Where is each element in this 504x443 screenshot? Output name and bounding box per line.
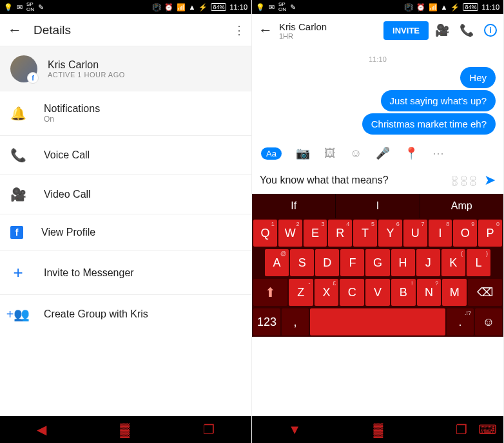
menu-create-group[interactable]: +👥 Create Group with Kris	[0, 295, 251, 334]
status-bar: 💡 ✉ SPON ✎ 📳 ⏰ 📶 ▲ ⚡ 84% 11:10	[0, 0, 251, 14]
nav-recent-icon[interactable]: ❐	[456, 422, 467, 437]
menu-label: Invite to Messenger	[44, 267, 134, 279]
signal-icon: ▲	[189, 3, 196, 11]
profile-name: Kris Carlon	[48, 59, 125, 71]
key-.[interactable]: ..!?	[447, 308, 474, 335]
bulb-icon: 💡	[256, 3, 265, 12]
message-bubble[interactable]: Hey	[460, 67, 496, 88]
clock-text: 11:10	[229, 3, 247, 11]
menu-invite[interactable]: + Invite to Messenger	[0, 251, 251, 295]
overflow-menu-icon[interactable]: ⋮	[233, 23, 244, 37]
key-G[interactable]: G	[365, 249, 389, 276]
key-E[interactable]: E3	[304, 220, 327, 247]
emoji-key[interactable]: ☺	[475, 308, 502, 335]
menu-video-call[interactable]: 🎥 Video Call	[0, 175, 251, 214]
back-icon[interactable]: ←	[8, 22, 22, 39]
key-N[interactable]: N?	[417, 279, 441, 306]
edit-icon: ✎	[290, 3, 296, 12]
key-U[interactable]: U7	[403, 220, 427, 247]
mail-icon: ✉	[269, 3, 275, 12]
key-K[interactable]: K(	[441, 249, 465, 276]
menu-voice-call[interactable]: 📞 Voice Call	[0, 136, 251, 175]
message-input[interactable]	[260, 174, 443, 186]
shift-key[interactable]: ⬆	[253, 279, 287, 306]
key-Q[interactable]: Q1	[253, 220, 277, 247]
nav-home-icon[interactable]: ▓	[374, 422, 383, 437]
keyboard: If I Amp Q1W2E3R4T5Y6U7I8O9P0 A@SDFGHJK(…	[252, 194, 503, 337]
compose-toolbar: Aa 📷 🖼 ☺ 🎤 📍 ⋯	[252, 140, 503, 167]
chat-screen: 💡 ✉ SPON ✎ 📳 ⏰ 📶 ▲ ⚡ 84% 11:10 ← Kris Ca…	[252, 0, 504, 443]
suggestion[interactable]: I	[336, 194, 420, 218]
gallery-icon[interactable]: 🖼	[324, 147, 336, 160]
page-title: Details	[34, 23, 222, 37]
menu-notifications[interactable]: 🔔 Notifications On	[0, 91, 251, 136]
backspace-key[interactable]: ⌫	[468, 279, 502, 306]
key-H[interactable]: H	[391, 249, 415, 276]
details-screen: 💡 ✉ SPON ✎ 📳 ⏰ 📶 ▲ ⚡ 84% 11:10 ← Details…	[0, 0, 252, 443]
video-call-icon[interactable]: 🎥	[435, 23, 449, 37]
voice-call-icon[interactable]: 📞	[460, 23, 474, 37]
camera-icon[interactable]: 📷	[296, 146, 310, 160]
nav-bar: ◀ ▓ ❐	[0, 416, 251, 443]
keyboard-toggle-icon[interactable]: ⌨	[478, 422, 497, 437]
nav-back-icon[interactable]: ▼	[288, 422, 301, 437]
back-icon[interactable]: ←	[258, 22, 273, 39]
menu-label: Create Group with Kris	[44, 308, 148, 320]
key-B[interactable]: B!	[391, 279, 416, 306]
timestamp: 11:10	[260, 55, 496, 63]
key-F[interactable]: F	[340, 249, 364, 276]
text-mode-icon[interactable]: Aa	[261, 147, 282, 160]
key-,[interactable]: ,	[282, 308, 309, 335]
key-I[interactable]: I8	[429, 220, 452, 247]
nav-back-icon[interactable]: ◀	[37, 422, 46, 437]
status-bar: 💡 ✉ SPON ✎ 📳 ⏰ 📶 ▲ ⚡ 84% 11:10	[252, 0, 503, 14]
key-V[interactable]: V	[365, 279, 390, 306]
key-O[interactable]: O9	[453, 220, 477, 247]
key-A[interactable]: A@	[265, 249, 289, 276]
key-J[interactable]: J	[416, 249, 440, 276]
emoji-grid-icon[interactable]: ☺☺☺☺☺☺	[450, 175, 478, 185]
key-T[interactable]: T5	[353, 220, 377, 247]
bulb-icon: 💡	[4, 3, 13, 12]
key-R[interactable]: R4	[328, 220, 352, 247]
key-123[interactable]: 123	[253, 308, 280, 335]
invite-button[interactable]: INVITE	[383, 21, 429, 40]
group-add-icon: +👥	[10, 306, 26, 322]
suggestion[interactable]: Amp	[420, 194, 503, 218]
message-bubble[interactable]: Just saying what's up?	[381, 90, 496, 111]
alarm-icon: ⏰	[416, 3, 425, 12]
key-Z[interactable]: Z-	[289, 279, 313, 306]
info-icon[interactable]: i	[484, 24, 497, 37]
key-L[interactable]: L)	[467, 249, 490, 276]
key-X[interactable]: X£	[315, 279, 339, 306]
alarm-icon: ⏰	[164, 3, 173, 12]
key-S[interactable]: S	[290, 249, 314, 276]
key-D[interactable]: D	[315, 249, 339, 276]
emoji-icon[interactable]: ☺	[350, 147, 362, 160]
key-Y[interactable]: Y6	[378, 220, 402, 247]
nav-recent-icon[interactable]: ❐	[203, 422, 215, 437]
key-W[interactable]: W2	[278, 220, 302, 247]
send-icon[interactable]: ➤	[484, 172, 496, 189]
charge-icon: ⚡	[199, 3, 208, 12]
space-key[interactable]	[310, 308, 445, 335]
mic-icon[interactable]: 🎤	[376, 146, 390, 160]
chat-status: 1HR	[279, 32, 377, 40]
more-icon[interactable]: ⋯	[432, 146, 444, 160]
sp-icon: SPON	[26, 2, 34, 12]
key-C[interactable]: C	[340, 279, 364, 306]
suggestion[interactable]: If	[252, 194, 336, 218]
vibrate-icon: 📳	[404, 3, 413, 12]
menu-view-profile[interactable]: f View Profile	[0, 214, 251, 251]
profile-row[interactable]: Kris Carlon ACTIVE 1 HOUR AGO	[0, 46, 251, 91]
location-icon[interactable]: 📍	[404, 146, 418, 160]
message-bubble[interactable]: Christmas market time eh?	[362, 113, 496, 135]
key-P[interactable]: P0	[478, 220, 502, 247]
menu-label: Video Call	[44, 189, 91, 200]
profile-status: ACTIVE 1 HOUR AGO	[48, 71, 125, 79]
nav-home-icon[interactable]: ▓	[120, 422, 130, 437]
nav-bar: ▼ ▓ ❐ ⌨	[252, 416, 503, 443]
chat-name: Kris Carlon	[279, 21, 377, 32]
key-M[interactable]: M	[442, 279, 467, 306]
details-header: ← Details ⋮	[0, 14, 251, 46]
